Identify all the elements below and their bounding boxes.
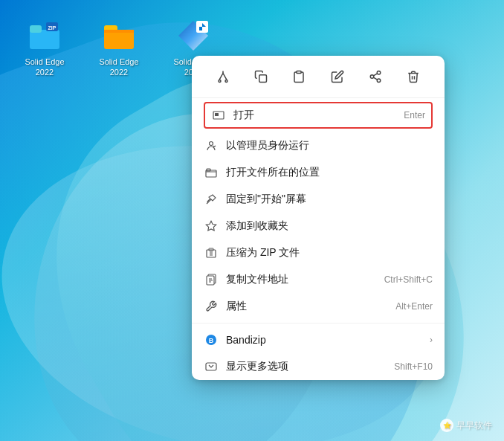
- copy-path-icon: [204, 272, 219, 287]
- properties-label: 属性: [226, 300, 395, 313]
- svg-point-17: [377, 79, 381, 83]
- open-icon: [211, 108, 226, 123]
- svg-text:ZIP: ZIP: [48, 25, 56, 30]
- pin-icon: [204, 192, 219, 207]
- svg-line-18: [373, 77, 377, 80]
- desktop-icon-folder[interactable]: Solid Edge2022: [89, 15, 149, 81]
- copy-path-shortcut: Ctrl+Shift+C: [384, 274, 433, 285]
- svg-point-15: [377, 71, 381, 75]
- menu-item-bandizip[interactable]: B Bandizip ›: [192, 326, 445, 353]
- toolbar-cut-button[interactable]: [210, 63, 236, 90]
- menu-item-more-options[interactable]: 显示更多选项 Shift+F10: [192, 353, 445, 380]
- bandizip-label: Bandizip: [226, 334, 430, 346]
- context-menu: 打开 Enter 以管理员身份运行: [192, 56, 445, 380]
- more-options-icon: [204, 359, 219, 374]
- more-options-shortcut: Shift+F10: [394, 361, 433, 372]
- admin-icon: [204, 138, 219, 153]
- svg-line-19: [373, 74, 377, 76]
- bandizip-arrow: ›: [430, 335, 433, 345]
- menu-item-run-admin[interactable]: 以管理员身份运行: [192, 132, 445, 159]
- folder-location-icon: [204, 165, 219, 180]
- svg-rect-14: [297, 71, 301, 74]
- svg-rect-1: [30, 25, 42, 33]
- toolbar-paste-button[interactable]: [285, 63, 312, 90]
- compress-zip-label: 压缩为 ZIP 文件: [226, 246, 433, 260]
- svg-text:B: B: [209, 337, 214, 344]
- open-label: 打开: [233, 109, 404, 122]
- desktop-icon-zip[interactable]: ZIP Solid Edge2022: [15, 15, 74, 81]
- bandizip-icon: B: [204, 332, 219, 347]
- toolbar-copy-button[interactable]: [248, 63, 274, 90]
- menu-open-wrapper: 打开 Enter: [192, 98, 445, 132]
- wrench-icon: [204, 299, 219, 314]
- menu-item-pin-start[interactable]: 固定到"开始"屏幕: [192, 186, 445, 213]
- copy-path-label: 复制文件地址: [226, 273, 384, 286]
- add-favorites-label: 添加到收藏夹: [226, 219, 433, 233]
- svg-rect-10: [199, 27, 202, 30]
- svg-point-11: [219, 80, 221, 83]
- svg-point-22: [210, 142, 213, 146]
- properties-shortcut: Alt+Enter: [395, 301, 433, 312]
- watermark: ⭐ 早早软件: [440, 419, 492, 432]
- compress-zip-icon: [204, 245, 219, 260]
- run-admin-label: 以管理员身份运行: [226, 139, 433, 152]
- star-icon: [204, 219, 219, 234]
- svg-rect-13: [259, 75, 267, 83]
- folder-icon-image: [101, 18, 137, 54]
- svg-rect-36: [206, 363, 216, 370]
- toolbar-share-button[interactable]: [362, 63, 389, 90]
- open-location-label: 打开文件所在的位置: [226, 166, 433, 179]
- toolbar-delete-button[interactable]: [400, 63, 427, 90]
- menu-item-compress-zip[interactable]: 压缩为 ZIP 文件: [192, 239, 445, 266]
- zip-icon-label: Solid Edge2022: [25, 57, 64, 78]
- menu-item-add-favorites[interactable]: 添加到收藏夹: [192, 213, 445, 239]
- svg-point-12: [225, 80, 227, 83]
- menu-item-properties[interactable]: 属性 Alt+Enter: [192, 293, 445, 320]
- se-icon-image: [175, 18, 211, 54]
- svg-point-16: [370, 75, 374, 79]
- open-shortcut: Enter: [404, 110, 425, 120]
- menu-item-open[interactable]: 打开 Enter: [204, 102, 433, 129]
- context-toolbar: [192, 56, 445, 98]
- desktop: ZIP Solid Edge2022 Solid Edge2022: [0, 0, 504, 441]
- zip-icon-image: ZIP: [27, 18, 62, 54]
- svg-marker-26: [206, 221, 216, 231]
- watermark-text: 早早软件: [456, 419, 492, 432]
- svg-line-25: [207, 202, 208, 204]
- menu-divider-1: [192, 323, 445, 323]
- watermark-icon: ⭐: [440, 419, 453, 432]
- pin-start-label: 固定到"开始"屏幕: [226, 193, 433, 206]
- svg-rect-6: [104, 30, 134, 33]
- toolbar-rename-button[interactable]: [324, 63, 351, 90]
- menu-item-open-location[interactable]: 打开文件所在的位置: [192, 159, 445, 186]
- folder-icon-label: Solid Edge2022: [99, 57, 138, 78]
- more-options-label: 显示更多选项: [226, 360, 394, 373]
- menu-item-copy-path[interactable]: 复制文件地址 Ctrl+Shift+C: [192, 266, 445, 293]
- svg-rect-21: [215, 113, 219, 116]
